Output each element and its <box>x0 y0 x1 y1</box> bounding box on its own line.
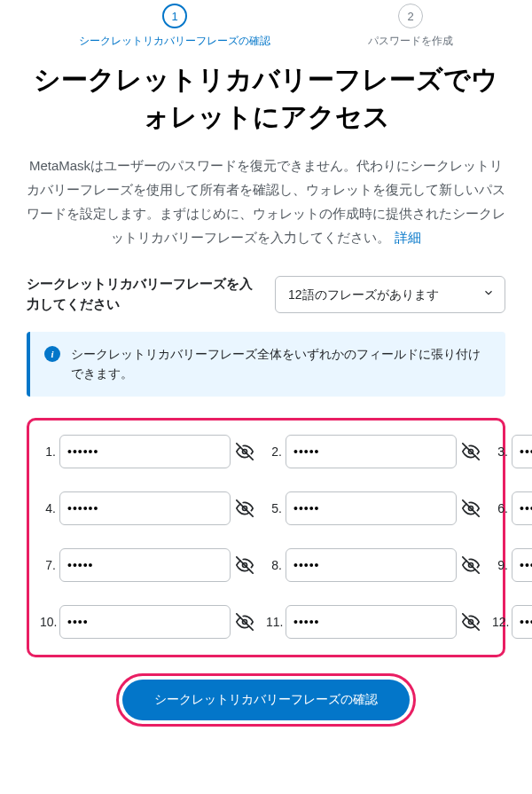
eye-off-icon[interactable] <box>460 554 481 576</box>
srp-word-8: 8. <box>266 548 481 582</box>
srp-number: 2. <box>266 444 282 459</box>
srp-input-7[interactable] <box>59 548 231 582</box>
confirm-srp-button[interactable]: シークレットリカバリーフレーズの確認 <box>122 680 410 720</box>
progress-stepper: 1 シークレットリカバリーフレーズの確認 2 パスワードを作成 <box>0 0 532 52</box>
srp-input-1[interactable] <box>59 435 231 468</box>
srp-word-3: 3. <box>492 435 532 468</box>
srp-word-5: 5. <box>266 491 481 525</box>
srp-number: 11. <box>266 615 282 629</box>
eye-off-icon[interactable] <box>234 611 255 633</box>
step-2-circle: 2 <box>398 4 423 28</box>
eye-off-icon[interactable] <box>460 441 481 462</box>
step-1: 1 シークレットリカバリーフレーズの確認 <box>79 4 270 49</box>
srp-number: 3. <box>492 444 508 459</box>
eye-off-icon[interactable] <box>234 498 255 519</box>
page-title: シークレットリカバリーフレーズでウォレットにアクセス <box>27 61 505 136</box>
step-1-label: シークレットリカバリーフレーズの確認 <box>79 34 270 49</box>
srp-number: 9. <box>492 558 508 572</box>
srp-input-12[interactable] <box>512 605 532 639</box>
step-1-circle: 1 <box>162 4 187 28</box>
srp-number: 8. <box>266 558 282 572</box>
paste-info-box: i シークレットリカバリーフレーズ全体をいずれかのフィールドに張り付けできます。 <box>27 332 505 397</box>
srp-input-8[interactable] <box>286 548 457 582</box>
srp-input-10[interactable] <box>59 605 231 639</box>
eye-off-icon[interactable] <box>234 554 255 576</box>
srp-inputs-highlight: 1.2.3.4.5.6.7.8.9.10.11.12. <box>27 418 505 657</box>
srp-input-9[interactable] <box>512 548 532 582</box>
srp-input-title: シークレットリカバリーフレーズを入力してください <box>27 274 257 314</box>
srp-input-6[interactable] <box>512 491 532 525</box>
srp-grid: 1.2.3.4.5.6.7.8.9.10.11.12. <box>40 435 492 639</box>
srp-word-9: 9. <box>492 548 532 582</box>
srp-input-2[interactable] <box>286 435 457 468</box>
srp-word-6: 6. <box>492 491 532 525</box>
srp-number: 4. <box>40 501 56 515</box>
srp-number: 7. <box>40 558 56 572</box>
srp-number: 12. <box>492 615 508 629</box>
srp-word-10: 10. <box>40 605 255 639</box>
details-link[interactable]: 詳細 <box>395 230 421 245</box>
page-description: MetaMaskはユーザーのパスワードを復元できません。代わりにシークレットリカ… <box>27 153 505 249</box>
srp-number: 5. <box>266 501 282 515</box>
info-icon: i <box>44 346 60 362</box>
step-2: 2 パスワードを作成 <box>368 4 453 49</box>
srp-word-2: 2. <box>266 435 481 468</box>
srp-input-3[interactable] <box>512 435 532 468</box>
srp-input-11[interactable] <box>286 605 457 639</box>
eye-off-icon[interactable] <box>460 611 481 633</box>
srp-input-5[interactable] <box>286 491 457 525</box>
eye-off-icon[interactable] <box>460 498 481 519</box>
srp-input-4[interactable] <box>59 491 231 525</box>
info-text: シークレットリカバリーフレーズ全体をいずれかのフィールドに張り付けできます。 <box>71 344 491 384</box>
confirm-button-highlight: シークレットリカバリーフレーズの確認 <box>116 673 416 727</box>
srp-word-1: 1. <box>40 435 255 468</box>
phrase-length-select[interactable]: 12語のフレーズがあります <box>275 276 505 313</box>
eye-off-icon[interactable] <box>234 441 255 462</box>
srp-word-11: 11. <box>266 605 481 639</box>
srp-number: 1. <box>40 444 56 459</box>
srp-word-7: 7. <box>40 548 255 582</box>
srp-word-12: 12. <box>492 605 532 639</box>
srp-number: 6. <box>492 501 508 515</box>
step-2-label: パスワードを作成 <box>368 34 453 49</box>
srp-number: 10. <box>40 615 56 629</box>
srp-word-4: 4. <box>40 491 255 525</box>
